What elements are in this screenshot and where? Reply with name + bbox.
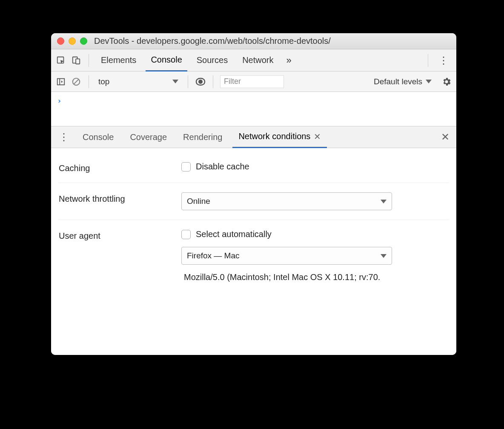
tab-elements[interactable]: Elements	[96, 49, 141, 72]
device-mode-icon[interactable]	[71, 55, 82, 66]
console-prompt-icon: ›	[57, 96, 62, 105]
separator	[188, 75, 188, 88]
throttling-label: Network throttling	[59, 192, 181, 204]
console-filter-input[interactable]	[220, 75, 284, 88]
levels-label: Default levels	[374, 77, 422, 86]
console-output[interactable]: ›	[51, 92, 456, 126]
separator	[213, 75, 213, 88]
tab-sources[interactable]: Sources	[192, 49, 233, 72]
chevron-down-icon	[172, 80, 178, 83]
drawer-tab-label: Network conditions	[238, 132, 310, 141]
svg-rect-2	[76, 59, 80, 64]
kebab-menu-icon[interactable]: ⋮	[435, 54, 452, 66]
drawer-tab-console[interactable]: Console	[77, 126, 120, 148]
disable-cache-label: Disable cache	[196, 162, 249, 172]
console-settings-icon[interactable]	[441, 76, 452, 87]
console-sidebar-toggle-icon[interactable]	[55, 76, 66, 87]
separator	[89, 54, 89, 67]
live-expression-icon[interactable]	[195, 76, 206, 87]
execution-context-select[interactable]: top	[96, 77, 181, 86]
chevron-down-icon	[381, 254, 387, 258]
titlebar: DevTools - developers.google.com/web/too…	[51, 33, 456, 49]
caching-label: Caching	[59, 162, 181, 173]
console-filter-bar: top Default levels	[51, 72, 456, 92]
window-minimize-button[interactable]	[69, 37, 76, 45]
svg-marker-5	[61, 80, 63, 83]
svg-rect-3	[57, 78, 65, 85]
drawer-menu-icon[interactable]: ⋮	[55, 131, 72, 143]
separator	[428, 54, 428, 67]
ua-preset-value: Firefox — Mac	[187, 251, 240, 260]
user-agent-row: User agent Select automatically Firefox …	[59, 220, 449, 292]
caching-row: Caching Disable cache	[59, 152, 449, 183]
separator	[89, 75, 89, 88]
inspect-icon[interactable]	[55, 55, 66, 66]
disable-cache-checkbox[interactable]	[181, 162, 191, 172]
chevron-down-icon	[426, 80, 432, 83]
main-toolbar: Elements Console Sources Network » ⋮	[51, 49, 456, 72]
clear-console-icon[interactable]	[71, 76, 82, 87]
throttling-select[interactable]: Online	[181, 192, 392, 210]
devtools-window: DevTools - developers.google.com/web/too…	[51, 33, 456, 355]
throttling-value: Online	[187, 197, 210, 206]
user-agent-label: User agent	[59, 229, 181, 241]
ua-string-text: Mozilla/5.0 (Macintosh; Intel Mac OS X 1…	[181, 272, 449, 282]
svg-line-7	[74, 79, 79, 84]
network-conditions-panel: Caching Disable cache Network throttling…	[51, 148, 456, 355]
tab-network[interactable]: Network	[237, 49, 278, 72]
svg-point-8	[198, 80, 203, 84]
drawer-toolbar: ⋮ Console Coverage Rendering Network con…	[51, 126, 456, 148]
ua-preset-select[interactable]: Firefox — Mac	[181, 247, 392, 265]
throttling-row: Network throttling Online	[59, 183, 449, 220]
context-label: top	[98, 77, 109, 86]
ua-auto-checkbox[interactable]	[181, 230, 191, 239]
tabs-overflow-button[interactable]: »	[283, 55, 295, 66]
drawer-close-icon[interactable]: ✕	[441, 131, 452, 143]
close-icon[interactable]: ✕	[314, 132, 321, 142]
chevron-down-icon	[381, 200, 387, 203]
tab-console[interactable]: Console	[146, 49, 187, 72]
drawer-tab-coverage[interactable]: Coverage	[124, 126, 173, 148]
drawer-tab-rendering[interactable]: Rendering	[177, 126, 228, 148]
window-zoom-button[interactable]	[80, 37, 87, 45]
window-title: DevTools - developers.google.com/web/too…	[92, 36, 450, 46]
drawer-tab-network-conditions[interactable]: Network conditions ✕	[232, 126, 327, 148]
log-levels-select[interactable]: Default levels	[374, 77, 432, 86]
window-close-button[interactable]	[57, 37, 64, 45]
ua-auto-label: Select automatically	[196, 229, 272, 239]
